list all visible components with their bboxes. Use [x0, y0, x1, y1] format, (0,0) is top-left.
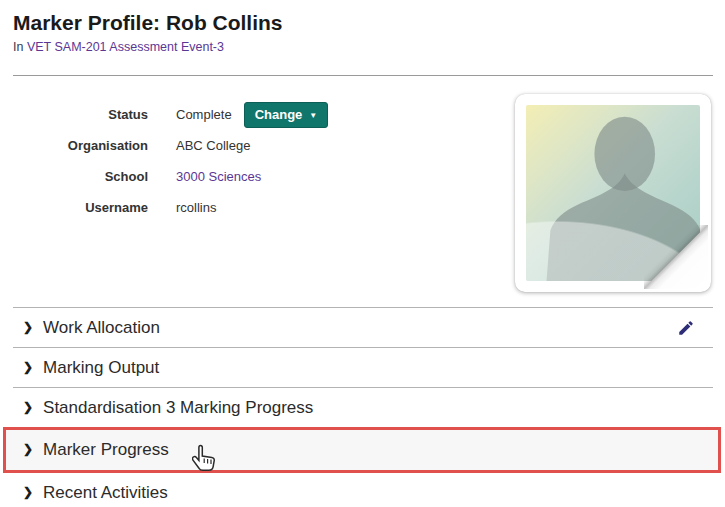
status-label: Status — [13, 107, 148, 122]
header-divider — [13, 75, 713, 76]
school-row: School 3000 Sciences — [13, 161, 328, 192]
username-value: rcollins — [176, 200, 216, 215]
organisation-label: Organisation — [13, 138, 148, 153]
page-title: Marker Profile: Rob Collins — [13, 10, 715, 35]
chevron-right-icon: ❯ — [23, 442, 33, 456]
accordion-sections: ❯ Work Allocation ❯ Marking Output ❯ Sta… — [13, 307, 713, 507]
school-label: School — [13, 169, 148, 184]
section-work-allocation[interactable]: ❯ Work Allocation — [13, 307, 713, 347]
organisation-row: Organisation ABC College — [13, 130, 328, 161]
caret-down-icon: ▼ — [309, 111, 317, 120]
assessment-event-link[interactable]: VET SAM-201 Assessment Event-3 — [27, 40, 224, 54]
organisation-value: ABC College — [176, 138, 250, 153]
chevron-right-icon: ❯ — [23, 360, 33, 374]
chevron-right-icon: ❯ — [23, 320, 33, 334]
profile-details: Status Complete Change ▼ Organisation AB… — [13, 94, 715, 292]
section-recent-activities[interactable]: ❯ Recent Activities — [13, 473, 713, 507]
username-label: Username — [13, 200, 148, 215]
section-label: Marker Progress — [43, 440, 169, 460]
status-value: Complete — [176, 107, 232, 122]
section-label: Marking Output — [43, 358, 159, 378]
breadcrumb-prefix: In — [13, 40, 27, 54]
page-curl-icon — [644, 225, 708, 289]
breadcrumb: In VET SAM-201 Assessment Event-3 — [13, 40, 715, 54]
section-standardisation-3-marking-progress[interactable]: ❯ Standardisation 3 Marking Progress — [13, 387, 713, 427]
marker-progress-highlight-annotation: ❯ Marker Progress — [3, 427, 721, 473]
edit-pencil-icon[interactable] — [677, 319, 695, 337]
profile-fields: Status Complete Change ▼ Organisation AB… — [13, 94, 328, 292]
section-label: Standardisation 3 Marking Progress — [43, 398, 313, 418]
section-label: Recent Activities — [43, 483, 168, 503]
marker-profile-page: Marker Profile: Rob Collins In VET SAM-2… — [0, 0, 725, 507]
school-link[interactable]: 3000 Sciences — [176, 169, 261, 184]
section-label: Work Allocation — [43, 318, 160, 338]
status-row: Status Complete Change ▼ — [13, 99, 328, 130]
change-status-button[interactable]: Change ▼ — [244, 102, 329, 128]
profile-photo-placeholder — [515, 94, 711, 292]
chevron-right-icon: ❯ — [23, 400, 33, 414]
section-marking-output[interactable]: ❯ Marking Output — [13, 347, 713, 387]
chevron-right-icon: ❯ — [23, 485, 33, 499]
username-row: Username rcollins — [13, 192, 328, 223]
section-marker-progress[interactable]: ❯ Marker Progress — [6, 430, 718, 470]
status-value-wrap: Complete Change ▼ — [176, 102, 328, 128]
change-button-label: Change — [255, 107, 303, 122]
